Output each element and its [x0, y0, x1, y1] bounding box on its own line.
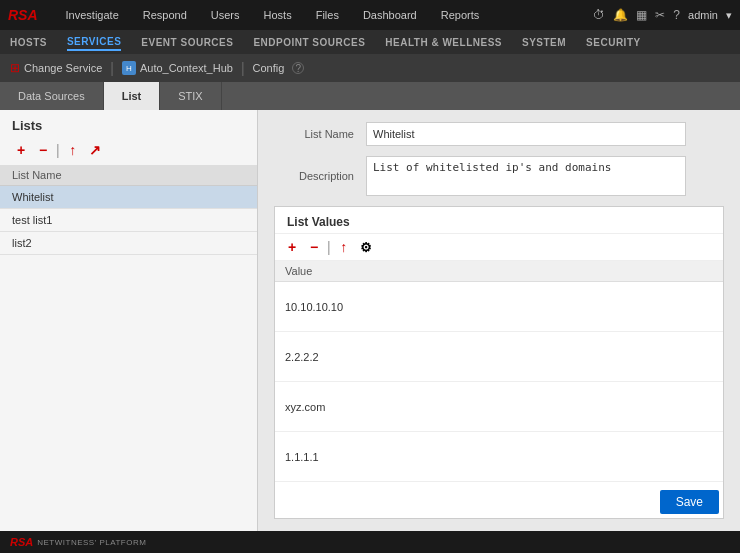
value-item: 1.1.1.1: [275, 432, 723, 482]
description-form-group: Description: [274, 156, 724, 196]
nav-dashboard[interactable]: Dashboard: [359, 7, 421, 23]
values-table: Value 10.10.10.102.2.2.2xyz.com1.1.1.1: [275, 261, 723, 482]
tab-bar: Data Sources List STIX: [0, 82, 740, 110]
logo: RSA: [8, 7, 38, 23]
list-item[interactable]: test list1: [0, 209, 257, 232]
logo-rsa: RSA: [8, 7, 38, 23]
add-value-button[interactable]: +: [283, 238, 301, 256]
nav-security[interactable]: SECURITY: [586, 35, 641, 50]
list-values-toolbar: + − | ↑ ⚙: [275, 234, 723, 261]
lists-table: List Name Whitelisttest list1list2: [0, 165, 257, 255]
help-icon[interactable]: ?: [673, 8, 680, 22]
nav-files[interactable]: Files: [312, 7, 343, 23]
bottom-logo: RSA: [10, 536, 33, 548]
upload-list-button[interactable]: ↑: [64, 141, 82, 159]
gear-button[interactable]: ⚙: [357, 238, 375, 256]
nav-hosts[interactable]: HOSTS: [10, 35, 47, 50]
save-bar: Save: [275, 482, 723, 518]
main-content: Lists + − | ↑ ↗ List Name Whitelisttest …: [0, 110, 740, 531]
remove-value-button[interactable]: −: [305, 238, 323, 256]
breadcrumb-bar: ⊞ Change Service | H Auto_Context_Hub | …: [0, 54, 740, 82]
nav-respond[interactable]: Respond: [139, 7, 191, 23]
admin-chevron[interactable]: ▾: [726, 9, 732, 22]
nav-system[interactable]: SYSTEM: [522, 35, 566, 50]
service-name: H Auto_Context_Hub: [122, 61, 233, 75]
right-panel: List Name Description List Values + − | …: [258, 110, 740, 531]
nav-hosts[interactable]: Hosts: [260, 7, 296, 23]
list-values-section: List Values + − | ↑ ⚙ Value 10.10.10.102…: [274, 206, 724, 519]
service-name-label: Auto_Context_Hub: [140, 62, 233, 74]
config-help-icon[interactable]: ?: [292, 62, 304, 74]
bell-icon[interactable]: 🔔: [613, 8, 628, 22]
toolbar-sep: |: [56, 142, 60, 158]
value-item: xyz.com: [275, 382, 723, 432]
description-label: Description: [274, 170, 354, 182]
clock-icon: ⏱: [593, 8, 605, 22]
tab-data-sources[interactable]: Data Sources: [0, 82, 104, 110]
description-input[interactable]: [366, 156, 686, 196]
lists-toolbar: + − | ↑ ↗: [0, 137, 257, 165]
list-name-label: List Name: [274, 128, 354, 140]
left-panel: Lists + − | ↑ ↗ List Name Whitelisttest …: [0, 110, 258, 531]
bottom-text: NETWITNESS' PLATFORM: [37, 538, 146, 547]
bottom-bar: RSA NETWITNESS' PLATFORM: [0, 531, 740, 553]
list-item[interactable]: list2: [0, 232, 257, 255]
change-service-icon: ⊞: [10, 61, 20, 75]
upload-value-button[interactable]: ↑: [335, 238, 353, 256]
change-service-button[interactable]: ⊞ Change Service: [10, 61, 102, 75]
second-nav: HOSTS SERVICES EVENT SOURCES ENDPOINT SO…: [0, 30, 740, 54]
remove-list-button[interactable]: −: [34, 141, 52, 159]
nav-investigate[interactable]: Investigate: [62, 7, 123, 23]
lists-header: Lists: [0, 110, 257, 137]
list-values-header: List Values: [275, 207, 723, 234]
value-item: 2.2.2.2: [275, 332, 723, 382]
grid-icon[interactable]: ▦: [636, 8, 647, 22]
change-service-label: Change Service: [24, 62, 102, 74]
scissors-icon[interactable]: ✂: [655, 8, 665, 22]
breadcrumb-sep1: |: [110, 60, 114, 76]
nav-endpoint-sources[interactable]: ENDPOINT SOURCES: [253, 35, 365, 50]
nav-event-sources[interactable]: EVENT SOURCES: [141, 35, 233, 50]
top-nav-right: ⏱ 🔔 ▦ ✂ ? admin ▾: [593, 8, 732, 22]
list-name-column-header: List Name: [0, 165, 257, 186]
add-list-button[interactable]: +: [12, 141, 30, 159]
list-name-input[interactable]: [366, 122, 686, 146]
tab-list[interactable]: List: [104, 82, 161, 110]
top-nav: RSA Investigate Respond Users Hosts File…: [0, 0, 740, 30]
admin-label[interactable]: admin: [688, 9, 718, 21]
nav-health-wellness[interactable]: HEALTH & WELLNESS: [385, 35, 502, 50]
service-icon: H: [122, 61, 136, 75]
nav-services[interactable]: SERVICES: [67, 34, 121, 51]
tab-stix[interactable]: STIX: [160, 82, 221, 110]
value-column-header: Value: [275, 261, 723, 282]
config-link[interactable]: Config: [253, 62, 285, 74]
value-item: 10.10.10.10: [275, 282, 723, 332]
values-toolbar-sep: |: [327, 239, 331, 255]
list-item[interactable]: Whitelist: [0, 186, 257, 209]
nav-users[interactable]: Users: [207, 7, 244, 23]
nav-reports[interactable]: Reports: [437, 7, 484, 23]
export-list-button[interactable]: ↗: [86, 141, 104, 159]
breadcrumb-sep2: |: [241, 60, 245, 76]
list-name-form-group: List Name: [274, 122, 724, 146]
save-button[interactable]: Save: [660, 490, 719, 514]
